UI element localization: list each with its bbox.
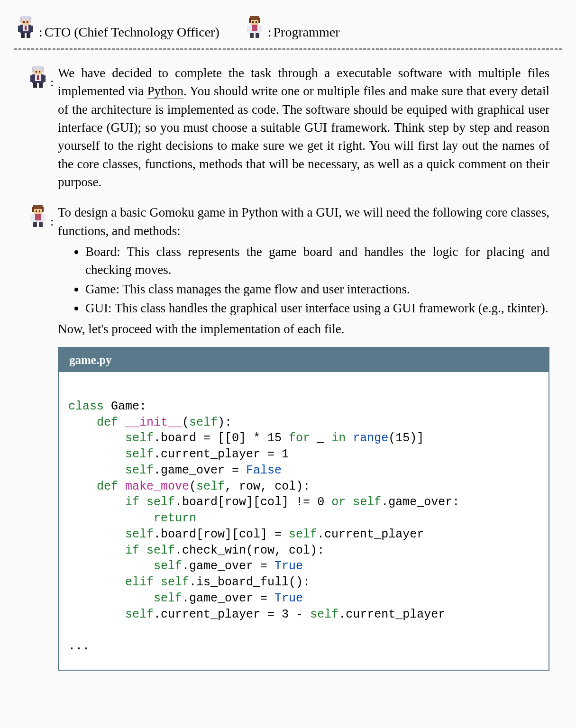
python-word: Python [147,84,183,99]
legend-cto: : CTO (Chief Technology Officer) [14,14,219,40]
svg-rect-33 [37,75,39,80]
dialog-programmer: : To design a basic Gomoku game in Pytho… [14,203,562,671]
svg-rect-42 [36,210,37,212]
svg-rect-18 [256,21,257,23]
svg-rect-15 [258,18,260,23]
svg-rect-11 [21,33,25,38]
svg-rect-28 [34,70,42,74]
svg-rect-46 [30,215,33,221]
svg-rect-22 [259,26,262,32]
legend-colon: : [268,25,272,40]
svg-rect-41 [34,209,42,214]
legend-colon: : [39,25,43,40]
programmer-message: To design a basic Gomoku game in Python … [58,203,549,671]
svg-rect-48 [33,222,37,227]
svg-rect-26 [32,67,34,73]
svg-rect-5 [27,21,28,23]
legend: : CTO (Chief Technology Officer) : Progr… [14,14,562,48]
svg-rect-16 [251,20,258,25]
svg-rect-47 [43,215,46,221]
speaker-colon: : [50,75,54,90]
svg-rect-39 [32,207,34,212]
svg-rect-2 [29,17,31,23]
svg-rect-49 [39,222,43,227]
svg-rect-34 [30,75,33,82]
programmer-avatar [243,14,266,40]
cto-message: We have decided to complete the task thr… [58,64,549,193]
programmer-outro: Now, let's proceed with the implementati… [58,320,549,338]
programmer-role-label: Programmer [274,25,340,40]
svg-rect-8 [25,26,27,30]
code-box: game.py class Game: def __init__(self): … [58,347,549,671]
speaker-col-programmer: : [27,203,58,229]
svg-rect-43 [39,210,40,212]
svg-rect-1 [20,17,22,23]
speaker-colon: : [50,215,54,229]
svg-rect-10 [30,26,33,32]
svg-rect-30 [39,71,40,73]
svg-rect-17 [252,21,254,23]
svg-rect-20 [252,25,257,31]
svg-rect-37 [39,83,43,88]
svg-rect-36 [33,83,37,88]
code-filename: game.py [59,348,549,373]
programmer-avatar [27,203,49,229]
programmer-intro: To design a basic Gomoku game in Python … [58,203,549,240]
svg-rect-45 [35,214,41,220]
svg-rect-12 [27,33,30,38]
svg-rect-24 [256,33,259,38]
svg-rect-4 [23,21,25,23]
svg-rect-40 [42,207,44,212]
svg-rect-3 [22,20,29,25]
cto-avatar [14,14,37,40]
svg-rect-27 [42,67,44,73]
speaker-col-cto: : [27,64,58,90]
code-ellipsis: ... [68,639,90,653]
cto-role-label: CTO (Chief Technology Officer) [45,25,219,40]
dialog-cto: : We have decided to complete the task t… [14,64,562,193]
list-item: GUI: This class handles the graphical us… [85,299,549,317]
cto-message-text: We have decided to complete the task thr… [58,64,549,191]
divider [14,48,562,50]
legend-programmer: : Programmer [243,14,340,40]
cto-avatar [27,64,49,90]
list-item: Game: This class manages the game flow a… [85,280,549,298]
code-body: class Game: def __init__(self): self.boa… [59,372,549,670]
svg-rect-23 [250,33,254,38]
list-item: Board: This class represents the game bo… [85,243,549,279]
svg-rect-29 [36,71,37,73]
svg-rect-35 [43,75,46,82]
svg-rect-14 [249,18,251,23]
svg-rect-21 [247,26,250,32]
svg-rect-9 [18,26,21,32]
class-list: Board: This class represents the game bo… [58,243,549,317]
